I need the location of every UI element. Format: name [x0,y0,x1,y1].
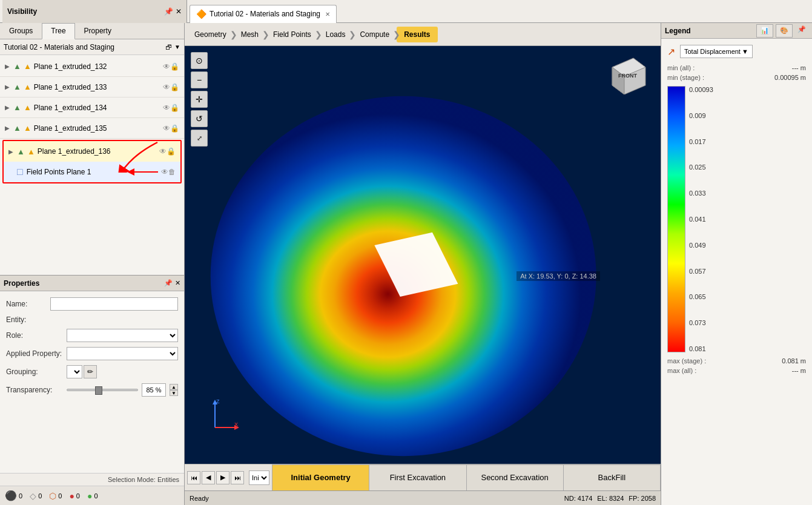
stage-dropdown-select[interactable]: Ini [249,470,269,485]
stage-nav-last-btn[interactable]: ⏭ [231,471,244,484]
lock-icon-135[interactable]: 🔒 [170,124,179,133]
workflow-step-mesh[interactable]: Mesh [234,27,266,42]
prop-entity-row: Entity: [6,315,178,324]
mountain-icon-133: ▲ [13,82,21,91]
legend-color-btn[interactable]: 🎨 [776,24,793,38]
prop-grouping-edit-btn[interactable]: ✏ [84,365,97,378]
legend-type-dropdown[interactable]: Total Displacement ▼ [680,45,753,58]
svg-text:FRONT: FRONT [618,73,637,79]
lock-icon-132[interactable]: 🔒 [170,62,179,71]
app-container: Visibility 📌 ✕ 🔶 Tutorial 02 - Materials… [0,0,812,505]
props-header: Properties 📌 ✕ [0,276,184,291]
eye-icon-134[interactable]: 👁 [163,104,170,112]
pin-icon[interactable]: 📌 [164,7,173,16]
workflow-step-results[interactable]: Results [397,27,437,42]
tree-item-133[interactable]: ▶ ▲ ▲ Plane 1_extruded_133 👁 🔒 [0,77,184,97]
workflow-step-geometry[interactable]: Geometry [187,27,234,42]
nav-cube[interactable]: FRONT [606,52,649,94]
prop-applied-row: Applied Property: [6,347,178,360]
status-shape-3: ● [69,491,74,501]
prop-applied-select[interactable] [67,347,178,360]
tree-label-133: Plane 1_extruded_133 [34,83,163,91]
project-expand-icon[interactable]: 🗗 [165,44,172,51]
prop-grouping-select[interactable] [67,365,82,378]
transparency-percent-input[interactable] [142,383,166,397]
status-icon-3[interactable]: ● 0 [69,491,80,501]
status-icon-4[interactable]: ● 0 [87,491,98,501]
workflow-step-fieldpoints[interactable]: Field Points [266,27,319,42]
status-fp: FP: 2058 [629,495,656,502]
properties-panel: Properties 📌 ✕ Name: Entity: Role: [0,275,184,505]
stage-nav-first-btn[interactable]: ⏮ [187,471,200,484]
stage-tab-first[interactable]: First Excavation [369,464,466,491]
legend-min-all: min (all) : --- m [667,64,806,71]
coord-label: At X: 19.53, Y: 0, Z: 14.38 [517,271,600,281]
prop-name-input[interactable] [50,297,178,311]
prop-transparency-row: Transparency: ▲ ▼ [6,383,178,397]
tab-icon: 🔶 [196,9,206,19]
status-icon-0[interactable]: ⚫ 0 [5,490,22,501]
legend-type-label: Total Displacement [684,48,741,55]
visibility-tab-bar: Groups Tree Property [0,23,184,39]
status-icon-1[interactable]: ◇ 0 [30,491,42,501]
eye-icon-133[interactable]: 👁 [163,83,170,91]
stage-nav-prev-btn[interactable]: ◀ [202,471,215,484]
stage-tab-second[interactable]: Second Excavation [466,464,563,491]
prop-applied-value [67,347,178,360]
transparency-slider-track[interactable] [67,389,138,391]
transparency-increment-btn[interactable]: ▲ [170,384,178,390]
tree-item-134[interactable]: ▶ ▲ ▲ Plane 1_extruded_134 👁 🔒 [0,97,184,118]
tree-item-135[interactable]: ▶ ▲ ▲ Plane 1_extruded_135 👁 🔒 [0,118,184,139]
arrow-annotation-area [0,185,184,221]
workflow-bar: Geometry Mesh Field Points Loads Compute… [185,23,661,46]
status-count-1: 0 [38,492,42,500]
pan-btn[interactable]: ✛ [191,91,208,108]
props-close-icon[interactable]: ✕ [175,279,180,287]
fit-view-btn[interactable]: ⤢ [191,130,208,147]
transparency-decrement-btn[interactable]: ▼ [170,390,178,396]
viewport[interactable]: ⊙ − ✛ ↺ ⤢ FRONT At [185,46,661,464]
expand-icon-134[interactable]: ▶ [5,104,12,111]
zoom-out-btn[interactable]: − [191,71,208,88]
legend-pin-icon[interactable]: 📌 [795,24,808,38]
expand-icon-133[interactable]: ▶ [5,84,12,90]
status-dot-1: ◇ [30,491,36,501]
tab-close-btn[interactable]: ✕ [325,11,330,18]
prop-name-label: Name: [6,300,50,308]
tab-groups[interactable]: Groups [0,23,42,39]
legend-max-stage-label: max (stage) : [667,357,706,365]
eye-icon-132[interactable]: 👁 [163,62,170,71]
props-pin-icon[interactable]: 📌 [164,279,173,287]
stage-tab-backfill[interactable]: BackFill [563,464,661,491]
heatmap-svg [185,46,661,464]
mountain-icon-136: ▲ [17,147,25,156]
expand-icon-136[interactable]: ▶ [8,148,16,155]
status-icon-2[interactable]: ⬡ 0 [49,491,62,501]
tab-property[interactable]: Property [75,23,120,39]
stage-dropdown[interactable]: Ini [249,470,269,485]
workflow-step-loads[interactable]: Loads [319,27,353,42]
transparency-slider-thumb[interactable] [95,386,102,395]
tree-item-132[interactable]: ▶ ▲ ▲ Plane 1_extruded_132 👁 🔒 [0,56,184,77]
prop-role-select[interactable] [67,329,178,342]
project-dropdown-icon[interactable]: ▼ [174,44,180,50]
legend-bar-chart-btn[interactable]: 📊 [756,24,773,38]
tab-tree[interactable]: Tree [42,23,74,39]
document-tab-active[interactable]: 🔶 Tutorial 02 - Materials and Staging ✕ [190,5,337,23]
svg-text:Z: Z [216,398,220,404]
expand-icon-135[interactable]: ▶ [5,125,12,131]
lock-icon-133[interactable]: 🔒 [170,83,179,91]
zoom-extent-btn[interactable]: ⊙ [191,52,208,69]
lock-icon-134[interactable]: 🔒 [170,104,179,112]
legend-title: Legend [665,27,756,35]
expand-icon-132[interactable]: ▶ [5,63,12,70]
close-icon[interactable]: ✕ [176,7,182,16]
colorbar-val-6: 0.049 [689,242,713,249]
stage-nav-next-btn[interactable]: ▶ [216,471,229,484]
project-name: Tutorial 02 - Materials and Staging [4,43,165,51]
eye-icon-135[interactable]: 👁 [163,124,170,133]
rotate-btn[interactable]: ↺ [191,110,208,127]
workflow-step-compute[interactable]: Compute [352,27,397,42]
prop-grouping-label: Grouping: [6,368,67,376]
stage-tab-initial[interactable]: Initial Geometry [272,464,369,491]
